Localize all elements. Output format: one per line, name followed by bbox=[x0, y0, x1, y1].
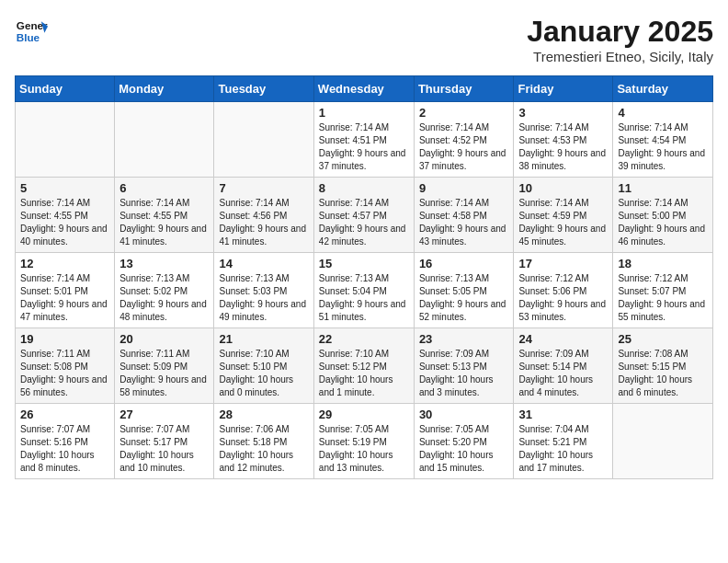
calendar-cell-w4-d4: 22Sunrise: 7:10 AM Sunset: 5:12 PM Dayli… bbox=[313, 328, 414, 404]
calendar-week-2: 5Sunrise: 7:14 AM Sunset: 4:55 PM Daylig… bbox=[16, 178, 713, 253]
calendar-cell-w3-d1: 12Sunrise: 7:14 AM Sunset: 5:01 PM Dayli… bbox=[16, 253, 115, 328]
calendar-cell-w5-d3: 28Sunrise: 7:06 AM Sunset: 5:18 PM Dayli… bbox=[214, 404, 313, 479]
calendar-cell-w1-d7: 4Sunrise: 7:14 AM Sunset: 4:54 PM Daylig… bbox=[613, 102, 713, 178]
calendar-cell-w1-d2 bbox=[115, 102, 214, 178]
day-number: 28 bbox=[219, 408, 308, 421]
day-number: 25 bbox=[618, 332, 708, 346]
day-number: 6 bbox=[119, 181, 209, 195]
calendar-cell-w5-d7 bbox=[613, 404, 713, 479]
day-number: 3 bbox=[518, 106, 608, 120]
calendar-cell-w2-d5: 9Sunrise: 7:14 AM Sunset: 4:58 PM Daylig… bbox=[414, 178, 514, 253]
day-number: 2 bbox=[419, 106, 509, 120]
col-thursday: Thursday bbox=[414, 76, 514, 102]
day-number: 29 bbox=[319, 408, 409, 421]
day-number: 10 bbox=[518, 181, 608, 195]
day-number: 23 bbox=[419, 332, 509, 346]
calendar-cell-w1-d6: 3Sunrise: 7:14 AM Sunset: 4:53 PM Daylig… bbox=[514, 102, 613, 178]
day-info: Sunrise: 7:07 AM Sunset: 5:16 PM Dayligh… bbox=[20, 423, 109, 475]
day-info: Sunrise: 7:09 AM Sunset: 5:13 PM Dayligh… bbox=[419, 348, 509, 399]
day-number: 15 bbox=[319, 257, 409, 270]
day-info: Sunrise: 7:14 AM Sunset: 4:55 PM Dayligh… bbox=[20, 197, 109, 248]
day-info: Sunrise: 7:12 AM Sunset: 5:06 PM Dayligh… bbox=[518, 272, 608, 324]
day-info: Sunrise: 7:10 AM Sunset: 5:12 PM Dayligh… bbox=[319, 348, 409, 399]
calendar-cell-w1-d3 bbox=[214, 102, 313, 178]
day-number: 1 bbox=[319, 106, 409, 120]
day-info: Sunrise: 7:14 AM Sunset: 4:59 PM Dayligh… bbox=[518, 197, 608, 248]
location: Tremestieri Etneo, Sicily, Italy bbox=[527, 49, 713, 64]
day-info: Sunrise: 7:14 AM Sunset: 4:53 PM Dayligh… bbox=[518, 121, 608, 173]
calendar-cell-w4-d5: 23Sunrise: 7:09 AM Sunset: 5:13 PM Dayli… bbox=[414, 328, 514, 404]
day-info: Sunrise: 7:14 AM Sunset: 4:54 PM Dayligh… bbox=[618, 121, 708, 173]
col-wednesday: Wednesday bbox=[313, 76, 414, 102]
day-number: 24 bbox=[518, 332, 608, 346]
calendar-cell-w5-d4: 29Sunrise: 7:05 AM Sunset: 5:19 PM Dayli… bbox=[313, 404, 414, 479]
logo: General Blue bbox=[15, 15, 48, 48]
calendar-cell-w2-d7: 11Sunrise: 7:14 AM Sunset: 5:00 PM Dayli… bbox=[613, 178, 713, 253]
day-info: Sunrise: 7:13 AM Sunset: 5:04 PM Dayligh… bbox=[319, 272, 409, 324]
calendar-cell-w5-d5: 30Sunrise: 7:05 AM Sunset: 5:20 PM Dayli… bbox=[414, 404, 514, 479]
calendar-week-1: 1Sunrise: 7:14 AM Sunset: 4:51 PM Daylig… bbox=[16, 102, 713, 178]
day-info: Sunrise: 7:14 AM Sunset: 4:52 PM Dayligh… bbox=[419, 121, 509, 173]
day-info: Sunrise: 7:08 AM Sunset: 5:15 PM Dayligh… bbox=[618, 348, 708, 399]
month-title: January 2025 bbox=[527, 15, 713, 49]
day-info: Sunrise: 7:13 AM Sunset: 5:02 PM Dayligh… bbox=[119, 272, 209, 324]
day-info: Sunrise: 7:14 AM Sunset: 4:58 PM Dayligh… bbox=[419, 197, 509, 248]
calendar-cell-w1-d4: 1Sunrise: 7:14 AM Sunset: 4:51 PM Daylig… bbox=[313, 102, 414, 178]
day-number: 12 bbox=[20, 257, 109, 270]
calendar-cell-w4-d7: 25Sunrise: 7:08 AM Sunset: 5:15 PM Dayli… bbox=[613, 328, 713, 404]
calendar-cell-w3-d7: 18Sunrise: 7:12 AM Sunset: 5:07 PM Dayli… bbox=[613, 253, 713, 328]
day-number: 31 bbox=[518, 408, 608, 421]
day-info: Sunrise: 7:14 AM Sunset: 5:01 PM Dayligh… bbox=[20, 272, 109, 324]
col-friday: Friday bbox=[514, 76, 613, 102]
calendar-cell-w5-d2: 27Sunrise: 7:07 AM Sunset: 5:17 PM Dayli… bbox=[115, 404, 214, 479]
calendar-cell-w2-d1: 5Sunrise: 7:14 AM Sunset: 4:55 PM Daylig… bbox=[16, 178, 115, 253]
day-info: Sunrise: 7:05 AM Sunset: 5:20 PM Dayligh… bbox=[419, 423, 509, 475]
col-saturday: Saturday bbox=[613, 76, 713, 102]
day-number: 20 bbox=[119, 332, 209, 346]
calendar-header-row: Sunday Monday Tuesday Wednesday Thursday… bbox=[16, 76, 713, 102]
calendar-cell-w2-d4: 8Sunrise: 7:14 AM Sunset: 4:57 PM Daylig… bbox=[313, 178, 414, 253]
calendar-week-5: 26Sunrise: 7:07 AM Sunset: 5:16 PM Dayli… bbox=[16, 404, 713, 479]
title-area: January 2025 Tremestieri Etneo, Sicily, … bbox=[527, 15, 713, 64]
calendar-cell-w3-d6: 17Sunrise: 7:12 AM Sunset: 5:06 PM Dayli… bbox=[514, 253, 613, 328]
day-number: 11 bbox=[618, 181, 708, 195]
calendar-table: Sunday Monday Tuesday Wednesday Thursday… bbox=[15, 75, 713, 479]
calendar-cell-w5-d6: 31Sunrise: 7:04 AM Sunset: 5:21 PM Dayli… bbox=[514, 404, 613, 479]
day-info: Sunrise: 7:14 AM Sunset: 4:57 PM Dayligh… bbox=[319, 197, 409, 248]
day-info: Sunrise: 7:06 AM Sunset: 5:18 PM Dayligh… bbox=[219, 423, 308, 475]
day-number: 17 bbox=[518, 257, 608, 270]
calendar-cell-w3-d4: 15Sunrise: 7:13 AM Sunset: 5:04 PM Dayli… bbox=[313, 253, 414, 328]
col-monday: Monday bbox=[115, 76, 214, 102]
day-number: 21 bbox=[219, 332, 308, 346]
day-number: 26 bbox=[20, 408, 109, 421]
day-number: 16 bbox=[419, 257, 509, 270]
day-number: 30 bbox=[419, 408, 509, 421]
day-info: Sunrise: 7:07 AM Sunset: 5:17 PM Dayligh… bbox=[119, 423, 209, 475]
day-info: Sunrise: 7:14 AM Sunset: 4:51 PM Dayligh… bbox=[319, 121, 409, 173]
day-number: 9 bbox=[419, 181, 509, 195]
calendar-cell-w3-d2: 13Sunrise: 7:13 AM Sunset: 5:02 PM Dayli… bbox=[115, 253, 214, 328]
calendar-cell-w4-d1: 19Sunrise: 7:11 AM Sunset: 5:08 PM Dayli… bbox=[16, 328, 115, 404]
calendar-cell-w2-d3: 7Sunrise: 7:14 AM Sunset: 4:56 PM Daylig… bbox=[214, 178, 313, 253]
calendar-cell-w4-d2: 20Sunrise: 7:11 AM Sunset: 5:09 PM Dayli… bbox=[115, 328, 214, 404]
day-info: Sunrise: 7:14 AM Sunset: 4:56 PM Dayligh… bbox=[219, 197, 308, 248]
calendar-cell-w1-d1 bbox=[16, 102, 115, 178]
day-info: Sunrise: 7:13 AM Sunset: 5:03 PM Dayligh… bbox=[219, 272, 308, 324]
day-number: 5 bbox=[20, 181, 109, 195]
day-info: Sunrise: 7:12 AM Sunset: 5:07 PM Dayligh… bbox=[618, 272, 708, 324]
calendar-week-3: 12Sunrise: 7:14 AM Sunset: 5:01 PM Dayli… bbox=[16, 253, 713, 328]
col-sunday: Sunday bbox=[16, 76, 115, 102]
day-info: Sunrise: 7:05 AM Sunset: 5:19 PM Dayligh… bbox=[319, 423, 409, 475]
day-number: 19 bbox=[20, 332, 109, 346]
day-info: Sunrise: 7:09 AM Sunset: 5:14 PM Dayligh… bbox=[518, 348, 608, 399]
day-number: 22 bbox=[319, 332, 409, 346]
day-number: 8 bbox=[319, 181, 409, 195]
day-number: 4 bbox=[618, 106, 708, 120]
logo-icon: General Blue bbox=[15, 15, 48, 48]
col-tuesday: Tuesday bbox=[214, 76, 313, 102]
day-number: 27 bbox=[119, 408, 209, 421]
day-number: 13 bbox=[119, 257, 209, 270]
calendar-cell-w3-d5: 16Sunrise: 7:13 AM Sunset: 5:05 PM Dayli… bbox=[414, 253, 514, 328]
calendar-cell-w1-d5: 2Sunrise: 7:14 AM Sunset: 4:52 PM Daylig… bbox=[414, 102, 514, 178]
calendar-cell-w4-d6: 24Sunrise: 7:09 AM Sunset: 5:14 PM Dayli… bbox=[514, 328, 613, 404]
